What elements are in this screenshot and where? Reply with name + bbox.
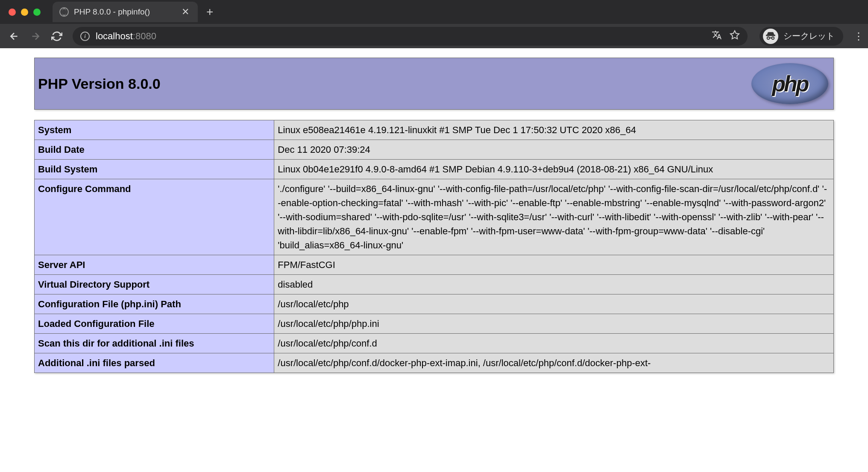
- site-info-icon[interactable]: i: [80, 32, 90, 41]
- url-text: localhost:8080: [96, 31, 156, 42]
- info-key: Build System: [35, 160, 274, 179]
- omnibox-actions: [712, 30, 740, 43]
- address-bar[interactable]: i localhost:8080: [73, 27, 748, 46]
- info-value: './configure' '--build=x86_64-linux-gnu'…: [274, 179, 834, 255]
- info-key: Configuration File (php.ini) Path: [35, 294, 274, 314]
- table-row: Configure Command'./configure' '--build=…: [35, 179, 834, 255]
- page-content: PHP Version 8.0.0 php SystemLinux e508ea…: [0, 48, 868, 472]
- info-key: System: [35, 120, 274, 140]
- browser-menu-button[interactable]: ⋮: [853, 30, 863, 42]
- arrow-right-icon: [30, 31, 41, 42]
- info-value: Linux 0b04e1e291f0 4.9.0-8-amd64 #1 SMP …: [274, 160, 834, 179]
- svg-rect-3: [766, 35, 775, 35]
- info-value: Dec 11 2020 07:39:24: [274, 140, 834, 160]
- url-host: localhost: [96, 31, 133, 41]
- table-row: Build DateDec 11 2020 07:39:24: [35, 140, 834, 160]
- arrow-left-icon: [9, 31, 20, 42]
- info-value: Linux e508ea21461e 4.19.121-linuxkit #1 …: [274, 120, 834, 140]
- translate-icon[interactable]: [712, 30, 722, 43]
- table-row: Server APIFPM/FastCGI: [35, 255, 834, 275]
- reload-button[interactable]: [48, 27, 66, 45]
- php-logo-text: php: [772, 71, 807, 96]
- info-value: /usr/local/etc/php/conf.d/docker-php-ext…: [274, 353, 834, 373]
- minimize-window-button[interactable]: [21, 9, 28, 16]
- phpinfo-table: SystemLinux e508ea21461e 4.19.121-linuxk…: [34, 120, 834, 373]
- table-row: Configuration File (php.ini) Path/usr/lo…: [35, 294, 834, 314]
- info-value: disabled: [274, 275, 834, 294]
- url-port: :8080: [133, 31, 156, 41]
- info-value: /usr/local/etc/php/conf.d: [274, 334, 834, 353]
- browser-chrome: PHP 8.0.0 - phpinfo() ✕ + i localhost:80…: [0, 0, 868, 48]
- phpinfo-header: PHP Version 8.0.0 php: [34, 58, 834, 110]
- svg-marker-0: [730, 31, 739, 39]
- reload-icon: [51, 31, 62, 42]
- info-key: Server API: [35, 255, 274, 275]
- forward-button[interactable]: [26, 27, 44, 45]
- new-tab-button[interactable]: +: [206, 5, 213, 19]
- table-row: Additional .ini files parsed/usr/local/e…: [35, 353, 834, 373]
- table-row: Build SystemLinux 0b04e1e291f0 4.9.0-8-a…: [35, 160, 834, 179]
- info-key: Additional .ini files parsed: [35, 353, 274, 373]
- maximize-window-button[interactable]: [33, 9, 41, 16]
- incognito-icon: [763, 29, 778, 44]
- back-button[interactable]: [5, 27, 23, 45]
- info-key: Build Date: [35, 140, 274, 160]
- table-row: Virtual Directory Supportdisabled: [35, 275, 834, 294]
- info-value: FPM/FastCGI: [274, 255, 834, 275]
- svg-point-1: [767, 37, 769, 39]
- window-controls: [5, 9, 46, 16]
- table-row: SystemLinux e508ea21461e 4.19.121-linuxk…: [35, 120, 834, 140]
- tab-bar: PHP 8.0.0 - phpinfo() ✕ +: [0, 0, 868, 24]
- close-tab-button[interactable]: ✕: [180, 6, 191, 17]
- info-value: /usr/local/etc/php/php.ini: [274, 314, 834, 334]
- incognito-label: シークレット: [783, 30, 835, 42]
- info-key: Loaded Configuration File: [35, 314, 274, 334]
- translate-svg-icon: [712, 30, 722, 40]
- php-logo: php: [751, 63, 828, 104]
- bookmark-star-icon[interactable]: [730, 30, 740, 43]
- spy-icon: [765, 31, 776, 42]
- info-key: Configure Command: [35, 179, 274, 255]
- close-window-button[interactable]: [9, 9, 16, 16]
- table-row: Scan this dir for additional .ini files/…: [35, 334, 834, 353]
- globe-icon: [59, 7, 69, 17]
- page-title: PHP Version 8.0.0: [38, 76, 161, 92]
- browser-toolbar: i localhost:8080: [0, 24, 868, 48]
- star-icon: [730, 30, 740, 40]
- info-key: Scan this dir for additional .ini files: [35, 334, 274, 353]
- incognito-badge[interactable]: シークレット: [760, 27, 843, 46]
- svg-point-2: [772, 37, 774, 39]
- table-row: Loaded Configuration File/usr/local/etc/…: [35, 314, 834, 334]
- browser-tab[interactable]: PHP 8.0.0 - phpinfo() ✕: [53, 2, 198, 22]
- tab-title: PHP 8.0.0 - phpinfo(): [74, 7, 175, 17]
- info-key: Virtual Directory Support: [35, 275, 274, 294]
- info-value: /usr/local/etc/php: [274, 294, 834, 314]
